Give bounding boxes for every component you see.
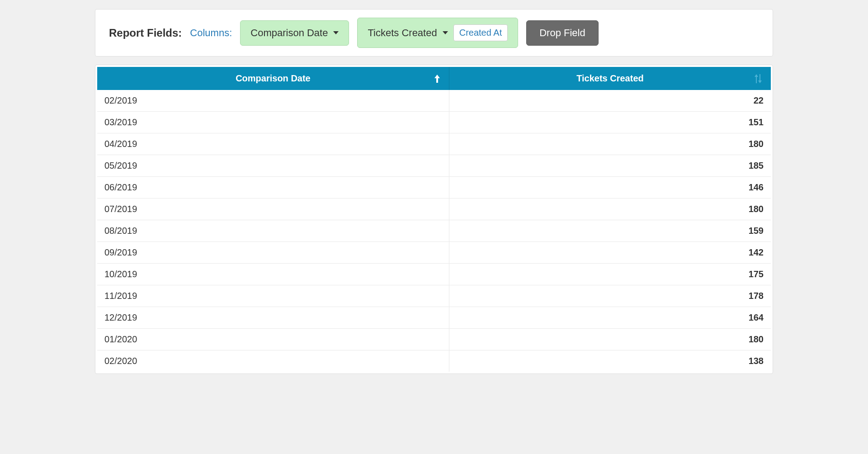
table-row: 07/2019180 xyxy=(97,199,771,220)
cell-comparison-date: 09/2019 xyxy=(97,242,449,264)
cell-tickets-created: 178 xyxy=(449,285,771,307)
cell-tickets-created: 180 xyxy=(449,329,771,350)
cell-tickets-created: 175 xyxy=(449,264,771,285)
cell-comparison-date: 03/2019 xyxy=(97,112,449,133)
field-tickets-created-label: Tickets Created xyxy=(368,27,437,39)
table-row: 08/2019159 xyxy=(97,220,771,242)
table-row: 04/2019180 xyxy=(97,133,771,155)
cell-tickets-created: 180 xyxy=(449,133,771,155)
cell-comparison-date: 07/2019 xyxy=(97,199,449,220)
cell-tickets-created: 151 xyxy=(449,112,771,133)
column-header-comparison-date[interactable]: Comparison Date xyxy=(97,67,449,90)
columns-link[interactable]: Columns: xyxy=(190,27,232,39)
field-comparison-date-dropdown[interactable]: Comparison Date xyxy=(240,20,349,46)
sort-both-icon xyxy=(754,74,763,83)
table-row: 12/2019164 xyxy=(97,307,771,329)
report-fields-bar: Report Fields: Columns: Comparison Date … xyxy=(95,9,773,57)
table-row: 02/201922 xyxy=(97,90,771,112)
column-header-tickets-created[interactable]: Tickets Created xyxy=(449,67,771,90)
table-row: 01/2020180 xyxy=(97,329,771,350)
cell-comparison-date: 11/2019 xyxy=(97,285,449,307)
cell-comparison-date: 08/2019 xyxy=(97,220,449,242)
sort-ascending-icon xyxy=(434,75,441,83)
table-row: 11/2019178 xyxy=(97,285,771,307)
cell-comparison-date: 10/2019 xyxy=(97,264,449,285)
cell-tickets-created: 138 xyxy=(449,350,771,372)
table-row: 03/2019151 xyxy=(97,112,771,133)
report-table-wrapper: Comparison Date Tickets Created xyxy=(95,65,773,374)
table-row: 06/2019146 xyxy=(97,177,771,199)
cell-tickets-created: 146 xyxy=(449,177,771,199)
cell-comparison-date: 02/2020 xyxy=(97,350,449,372)
column-header-label: Tickets Created xyxy=(576,73,644,83)
table-row: 09/2019142 xyxy=(97,242,771,264)
field-tickets-created-subfield[interactable]: Created At xyxy=(453,24,508,41)
cell-comparison-date: 02/2019 xyxy=(97,90,449,112)
cell-comparison-date: 01/2020 xyxy=(97,329,449,350)
caret-down-icon xyxy=(443,31,448,34)
drop-field-button[interactable]: Drop Field xyxy=(526,20,598,46)
field-comparison-date-label: Comparison Date xyxy=(250,27,328,39)
table-row: 02/2020138 xyxy=(97,350,771,372)
cell-tickets-created: 185 xyxy=(449,155,771,177)
cell-comparison-date: 06/2019 xyxy=(97,177,449,199)
cell-tickets-created: 180 xyxy=(449,199,771,220)
cell-comparison-date: 04/2019 xyxy=(97,133,449,155)
column-header-label: Comparison Date xyxy=(236,73,311,83)
report-fields-label: Report Fields: xyxy=(109,27,182,39)
report-table: Comparison Date Tickets Created xyxy=(97,67,771,372)
cell-tickets-created: 22 xyxy=(449,90,771,112)
table-row: 10/2019175 xyxy=(97,264,771,285)
caret-down-icon xyxy=(333,31,339,34)
cell-tickets-created: 164 xyxy=(449,307,771,329)
table-row: 05/2019185 xyxy=(97,155,771,177)
cell-tickets-created: 142 xyxy=(449,242,771,264)
cell-tickets-created: 159 xyxy=(449,220,771,242)
cell-comparison-date: 12/2019 xyxy=(97,307,449,329)
field-tickets-created-dropdown[interactable]: Tickets Created Created At xyxy=(357,18,518,48)
cell-comparison-date: 05/2019 xyxy=(97,155,449,177)
